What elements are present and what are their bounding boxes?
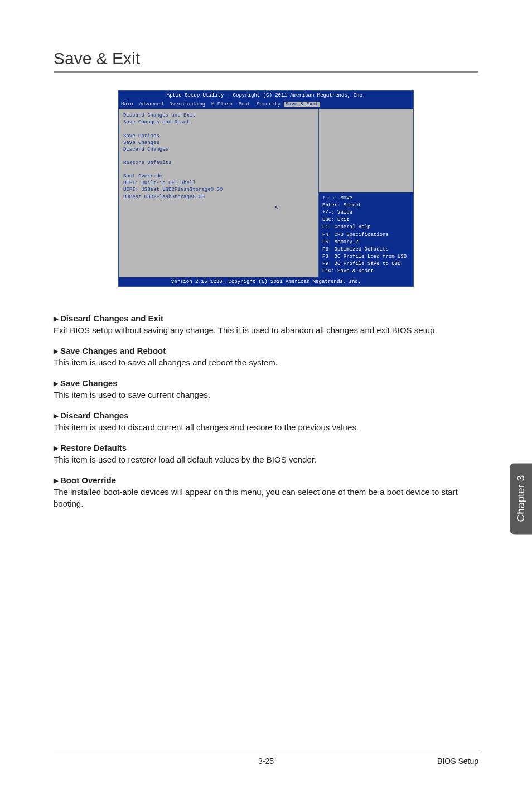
arrow-icon: ▶ [54, 380, 58, 387]
bios-tab-active: Save & Exit [284, 102, 320, 107]
page-title: Save & Exit [54, 49, 478, 73]
bios-header-title: Aptio Setup Utility - Copyright (C) 2011… [119, 91, 413, 100]
bios-menu-item: UEFI: Built-in EFI Shell [123, 180, 314, 186]
item-description: Exit BIOS setup without saving any chang… [54, 324, 478, 336]
bios-help-keys: ↑↓←→: Move Enter: Select +/-: Value ESC:… [319, 192, 413, 277]
bios-menu-item: Discard Changes [123, 146, 314, 153]
arrow-icon: ▶ [54, 412, 58, 419]
page-number: 3-25 [258, 757, 274, 766]
bios-menu-item: Discard Changes and Exit [123, 112, 314, 119]
item-heading: ▶Discard Changes [54, 411, 478, 420]
bios-tabs: Main Advanced Overclocking M-Flash Boot … [119, 100, 413, 109]
item-heading: ▶Save Changes [54, 378, 478, 388]
bios-left-panel: Discard Changes and Exit Save Changes an… [119, 109, 318, 277]
item-description: The installed boot-able devices will app… [54, 486, 478, 509]
bios-footer: Version 2.15.1236. Copyright (C) 2011 Am… [119, 277, 413, 286]
bios-menu-item: USBest USB2FlashStorage0.00 [123, 194, 314, 200]
item-description: This item is used to restore/ load all d… [54, 454, 478, 465]
bios-menu-item: Save Changes and Reset [123, 119, 314, 126]
bios-menu-header: Save Options [123, 133, 314, 139]
arrow-icon: ▶ [54, 315, 58, 322]
bios-menu-item: UEFI: USBest USB2FlashStorage0.00 [123, 186, 314, 193]
section-label: BIOS Setup [437, 757, 478, 766]
bios-menu-item: Save Changes [123, 139, 314, 146]
bios-menu-header: Boot Override [123, 173, 314, 180]
bios-right-panel: ↑↓←→: Move Enter: Select +/-: Value ESC:… [318, 109, 413, 277]
bios-tabs-prefix: Main Advanced Overclocking M-Flash Boot … [121, 102, 284, 107]
arrow-icon: ▶ [54, 348, 58, 354]
arrow-icon: ▶ [54, 445, 58, 451]
cursor-icon: ↖ [275, 204, 278, 211]
item-description: This item is used to discard current all… [54, 421, 478, 433]
item-heading: ▶Restore Defaults [54, 443, 478, 453]
bios-screenshot: Aptio Setup Utility - Copyright (C) 2011… [118, 90, 414, 287]
bios-menu-item: Restore Defaults [123, 160, 314, 166]
page-footer: 3-25 BIOS Setup [54, 753, 478, 766]
chapter-tab: Chapter 3 [510, 463, 532, 534]
arrow-icon: ▶ [54, 477, 58, 484]
item-heading: ▶Boot Override [54, 475, 478, 485]
item-description: This item is used to save all changes an… [54, 357, 478, 368]
item-heading: ▶Save Changes and Reboot [54, 346, 478, 355]
item-heading: ▶Discard Changes and Exit [54, 314, 478, 323]
item-description: This item is used to save current change… [54, 389, 478, 401]
